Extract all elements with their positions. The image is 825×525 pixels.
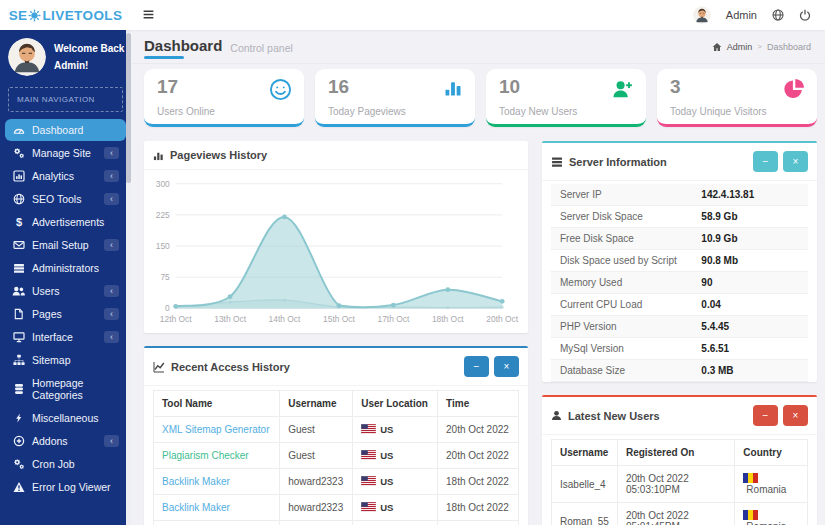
collapse-button[interactable]: − bbox=[464, 356, 489, 377]
time-cell: 18th Oct 2022 bbox=[438, 521, 519, 525]
country-cell: Romania bbox=[735, 466, 808, 503]
registered-cell: 20th Oct 2022 05:01:45PM bbox=[617, 503, 734, 525]
server-info-row: Database Size0.3 MB bbox=[551, 360, 808, 382]
server-info-label: Free Disk Space bbox=[551, 228, 692, 250]
chevron-left-icon[interactable]: ‹ bbox=[104, 147, 119, 159]
bar-chart-icon bbox=[443, 78, 463, 98]
sidebar-item-label: Administrators bbox=[32, 262, 99, 274]
avatar bbox=[8, 38, 46, 76]
tool-link[interactable]: Plagiarism Checker bbox=[162, 450, 249, 461]
tool-link[interactable]: Backlink Maker bbox=[162, 502, 230, 513]
svg-text:225: 225 bbox=[156, 210, 170, 220]
sidebar-item-users[interactable]: Users‹ bbox=[5, 280, 126, 302]
us-flag-icon bbox=[361, 476, 376, 486]
line-chart-icon bbox=[153, 361, 165, 373]
table-row: Backlink Makerhoward2323US18th Oct 2022 bbox=[154, 469, 519, 495]
close-button[interactable]: × bbox=[783, 151, 808, 172]
server-info-label: Disk Space used by Script bbox=[551, 250, 692, 272]
breadcrumb-admin[interactable]: Admin bbox=[727, 42, 753, 52]
sidebar-item-homepage-categories[interactable]: Homepage Categories bbox=[5, 372, 126, 406]
recent-access-table-body: XML Sitemap GeneratorGuestUS20th Oct 202… bbox=[154, 417, 519, 525]
sidebar-item-sitemap[interactable]: Sitemap bbox=[5, 349, 126, 371]
chevron-left-icon[interactable]: ‹ bbox=[104, 308, 119, 320]
sidebar-item-label: Cron Job bbox=[32, 458, 75, 470]
sidebar-item-dashboard[interactable]: Dashboard bbox=[5, 119, 126, 141]
stat-card-today-pageviews[interactable]: 16Today Pageviews bbox=[315, 69, 475, 127]
sidebar-item-pages[interactable]: Pages‹ bbox=[5, 303, 126, 325]
sidebar-item-advertisements[interactable]: $Advertisements bbox=[5, 211, 126, 233]
time-cell: 18th Oct 2022 bbox=[438, 469, 519, 495]
close-button[interactable]: × bbox=[783, 405, 808, 426]
sidebar-item-label: Analytics bbox=[32, 170, 74, 182]
topbar-right: Admin bbox=[693, 0, 811, 30]
sidebar-item-label: Advertisements bbox=[32, 216, 104, 228]
avatar[interactable] bbox=[693, 6, 711, 24]
tool-link[interactable]: Backlink Maker bbox=[162, 476, 230, 487]
sidebar-item-label: Dashboard bbox=[32, 124, 83, 136]
sidebar-item-interface[interactable]: Interface‹ bbox=[5, 326, 126, 348]
power-icon[interactable] bbox=[799, 9, 811, 21]
username-cell: howard2323 bbox=[280, 495, 353, 521]
sidebar-item-miscellaneous[interactable]: Miscellaneous bbox=[5, 407, 126, 429]
stat-label: Today New Users bbox=[499, 106, 577, 117]
page-subtitle: Control panel bbox=[230, 39, 292, 54]
chevron-left-icon[interactable]: ‹ bbox=[104, 239, 119, 251]
server-info-row: Disk Space used by Script90.8 Mb bbox=[551, 250, 808, 272]
nav-section-label: MAIN NAVIGATION bbox=[8, 87, 123, 112]
chevron-left-icon[interactable]: ‹ bbox=[104, 435, 119, 447]
table-row: Backlink Makerhoward2323US18th Oct 2022 bbox=[154, 495, 519, 521]
column-header: User Location bbox=[353, 391, 438, 417]
server-info-label: Memory Used bbox=[551, 272, 692, 294]
smiley-icon bbox=[269, 78, 292, 101]
sidebar-nav: DashboardManage Site‹Analytics‹SEO Tools… bbox=[0, 119, 131, 503]
sidebar-item-analytics[interactable]: Analytics‹ bbox=[5, 165, 126, 187]
collapse-button[interactable]: − bbox=[753, 405, 778, 426]
sidebar-item-email-setup[interactable]: Email Setup‹ bbox=[5, 234, 126, 256]
server-info-row: MySql Version5.6.51 bbox=[551, 338, 808, 360]
hamburger-icon[interactable] bbox=[142, 8, 155, 21]
sidebar-item-label: Manage Site bbox=[32, 147, 91, 159]
chevron-left-icon[interactable]: ‹ bbox=[104, 193, 119, 205]
server-info-value: 0.3 MB bbox=[692, 360, 808, 382]
sidebar-item-error-log-viewer[interactable]: Error Log Viewer bbox=[5, 476, 126, 498]
sidebar-item-addons[interactable]: Addons‹ bbox=[5, 430, 126, 452]
user-name[interactable]: Admin bbox=[726, 9, 757, 21]
chevron-left-icon[interactable]: ‹ bbox=[104, 170, 119, 182]
server-info-title: Server Information bbox=[569, 156, 667, 168]
country-cell: Romania bbox=[735, 503, 808, 525]
warning-icon bbox=[12, 481, 25, 493]
stat-card-users-online[interactable]: 17Users Online bbox=[144, 69, 304, 127]
chevron-left-icon[interactable]: ‹ bbox=[104, 331, 119, 343]
username-cell: Guest bbox=[280, 443, 353, 469]
chart-bars-icon bbox=[153, 150, 164, 161]
stat-card-today-new-users[interactable]: 10Today New Users bbox=[486, 69, 646, 127]
user-plus-icon bbox=[611, 78, 634, 101]
tool-link[interactable]: XML Sitemap Generator bbox=[162, 424, 269, 435]
recent-access-title: Recent Access History bbox=[171, 361, 290, 373]
server-info-table: Server IP142.4.13.81Server Disk Space58.… bbox=[551, 184, 808, 382]
svg-text:20th Oct: 20th Oct bbox=[486, 314, 518, 324]
stat-card-today-unique-visitors[interactable]: 3Today Unique Visitors bbox=[657, 69, 817, 127]
close-button[interactable]: × bbox=[494, 356, 519, 377]
chevron-left-icon[interactable]: ‹ bbox=[104, 285, 119, 297]
server-info-value: 90.8 Mb bbox=[692, 250, 808, 272]
column-header: Registered On bbox=[617, 440, 734, 466]
server-info-value: 142.4.13.81 bbox=[692, 184, 808, 206]
server-info-value: 10.9 Gb bbox=[692, 228, 808, 250]
sidebar-item-label: Addons bbox=[32, 435, 68, 447]
sidebar-item-manage-site[interactable]: Manage Site‹ bbox=[5, 142, 126, 164]
sidebar-item-seo-tools[interactable]: SEO Tools‹ bbox=[5, 188, 126, 210]
breadcrumb: Admin > Dashboard bbox=[712, 42, 811, 52]
sidebar-item-administrators[interactable]: Administrators bbox=[5, 257, 126, 279]
collapse-button[interactable]: − bbox=[753, 151, 778, 172]
globe-icon[interactable] bbox=[772, 9, 784, 21]
latest-users-panel: Latest New Users −× UsernameRegistered O… bbox=[542, 395, 817, 525]
welcome-line1: Welcome Back bbox=[54, 40, 124, 57]
sidebar-item-cron-job[interactable]: Cron Job bbox=[5, 453, 126, 475]
stat-label: Today Pageviews bbox=[328, 106, 406, 117]
pie-chart-icon bbox=[783, 78, 805, 100]
sidebar-welcome: Welcome Back Admin! bbox=[0, 30, 131, 82]
server-info-label: MySql Version bbox=[551, 338, 692, 360]
logo[interactable]: SE LIVETOOLS bbox=[0, 0, 131, 30]
breadcrumb-separator: > bbox=[757, 42, 762, 51]
